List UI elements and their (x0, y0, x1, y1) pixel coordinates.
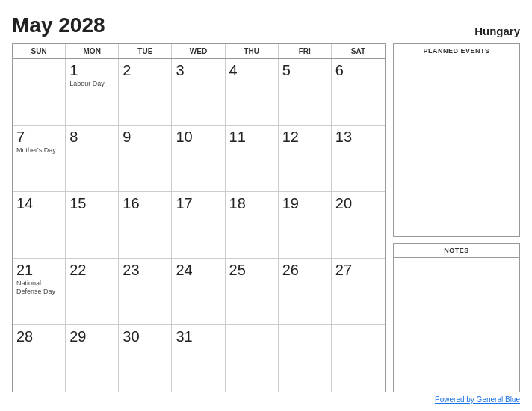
calendar-grid: 1Labour Day234567Mother's Day89101112131… (13, 59, 385, 392)
day-number: 18 (229, 195, 274, 211)
cal-cell: 14 (13, 192, 66, 259)
cal-cell: 11 (226, 126, 279, 192)
day-number: 9 (123, 129, 167, 145)
day-number: 23 (123, 262, 167, 278)
cal-cell (279, 325, 332, 392)
day-number: 26 (282, 262, 327, 278)
cal-cell: 28 (13, 325, 66, 392)
holiday-label: Labour Day (69, 80, 114, 88)
side-section: PLANNED EVENTS NOTES (393, 43, 520, 392)
cal-cell: 27 (332, 259, 385, 325)
planned-events-box: PLANNED EVENTS (393, 43, 520, 237)
day-number: 29 (69, 328, 114, 344)
cal-cell: 31 (172, 325, 225, 392)
day-header-tue: TUE (119, 44, 172, 58)
day-number: 15 (69, 195, 114, 211)
day-number: 3 (176, 62, 220, 78)
day-number: 20 (335, 195, 381, 211)
cal-cell: 24 (172, 259, 225, 325)
day-number: 13 (335, 129, 381, 145)
day-header-sun: SUN (13, 44, 66, 58)
day-number: 1 (69, 62, 114, 78)
day-header-wed: WED (172, 44, 225, 58)
cal-cell: 7Mother's Day (13, 126, 66, 192)
cal-cell: 25 (226, 259, 279, 325)
day-number: 27 (335, 262, 381, 278)
calendar-section: SUNMONTUEWEDTHUFRISAT 1Labour Day234567M… (12, 43, 386, 392)
cal-cell: 8 (66, 126, 119, 192)
cal-cell: 9 (119, 126, 172, 192)
cal-cell (332, 325, 385, 392)
notes-label: NOTES (394, 244, 519, 258)
cal-cell: 26 (279, 259, 332, 325)
day-number: 14 (16, 195, 61, 211)
cal-cell: 1Labour Day (66, 59, 119, 126)
cal-cell: 5 (279, 59, 332, 126)
cal-cell: 30 (119, 325, 172, 392)
day-header-thu: THU (226, 44, 279, 58)
day-number: 19 (282, 195, 327, 211)
cal-cell: 20 (332, 192, 385, 259)
cal-cell: 6 (332, 59, 385, 126)
cal-cell: 17 (172, 192, 225, 259)
notes-box: NOTES (393, 243, 520, 392)
day-header-fri: FRI (279, 44, 332, 58)
cal-cell (226, 325, 279, 392)
notes-content (394, 258, 519, 392)
day-number: 7 (16, 129, 61, 145)
month-title: May 2028 (12, 13, 105, 37)
day-number: 12 (282, 129, 327, 145)
day-number: 2 (123, 62, 167, 78)
footer: Powered by General Blue (12, 395, 520, 404)
day-number: 21 (16, 262, 61, 278)
day-header-sat: SAT (332, 44, 385, 58)
cal-cell: 23 (119, 259, 172, 325)
day-number: 31 (176, 328, 220, 344)
cal-cell: 21National Defense Day (13, 259, 66, 325)
day-number: 8 (69, 129, 114, 145)
day-headers: SUNMONTUEWEDTHUFRISAT (13, 44, 385, 59)
day-number: 22 (69, 262, 114, 278)
cal-cell: 3 (172, 59, 225, 126)
cal-cell: 12 (279, 126, 332, 192)
cal-cell: 15 (66, 192, 119, 259)
main-area: SUNMONTUEWEDTHUFRISAT 1Labour Day234567M… (12, 43, 520, 392)
holiday-label: Mother's Day (16, 146, 61, 155)
cal-cell (13, 59, 66, 126)
day-number: 6 (335, 62, 381, 78)
powered-by-link[interactable]: Powered by General Blue (435, 395, 520, 404)
cal-cell: 18 (226, 192, 279, 259)
cal-cell: 13 (332, 126, 385, 192)
day-number: 28 (16, 328, 61, 344)
cal-cell: 19 (279, 192, 332, 259)
cal-cell: 2 (119, 59, 172, 126)
holiday-label: National Defense Day (16, 279, 61, 296)
day-number: 5 (282, 62, 327, 78)
day-number: 16 (123, 195, 167, 211)
day-number: 17 (176, 195, 220, 211)
cal-cell: 10 (172, 126, 225, 192)
cal-cell: 29 (66, 325, 119, 392)
day-header-mon: MON (66, 44, 119, 58)
day-number: 25 (229, 262, 274, 278)
day-number: 30 (123, 328, 167, 344)
day-number: 10 (176, 129, 220, 145)
header: May 2028 Hungary (12, 13, 520, 37)
calendar-page: May 2028 Hungary SUNMONTUEWEDTHUFRISAT 1… (0, 0, 532, 411)
cal-cell: 22 (66, 259, 119, 325)
day-number: 11 (229, 129, 274, 145)
planned-events-content (394, 58, 519, 236)
day-number: 24 (176, 262, 220, 278)
day-number: 4 (229, 62, 274, 78)
planned-events-label: PLANNED EVENTS (394, 44, 519, 58)
cal-cell: 16 (119, 192, 172, 259)
country-name: Hungary (474, 25, 520, 37)
cal-cell: 4 (226, 59, 279, 126)
